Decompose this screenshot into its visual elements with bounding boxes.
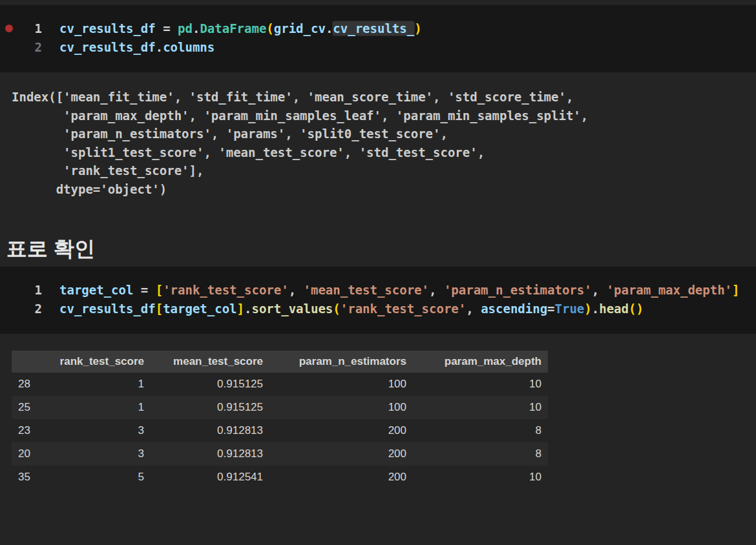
code-text: cv_results_df.columns <box>59 38 215 57</box>
code-text: target_col = ['rank_test_score', 'mean_t… <box>59 281 739 300</box>
code-token: 'rank_test_score' <box>341 302 466 316</box>
table-row: 3550.91254120010 <box>12 466 548 489</box>
line-number[interactable]: 2 <box>0 300 42 318</box>
notebook-page: 1cv_results_df = pd.DataFrame(grid_cv.cv… <box>0 5 756 489</box>
code-line[interactable]: 2cv_results_df.columns <box>0 38 756 57</box>
code-token: target_col <box>163 302 236 316</box>
code-token: grid_cv <box>274 21 326 36</box>
table-row: 2330.9128132008 <box>12 419 548 442</box>
table-column-header: param_max_depth <box>413 351 548 373</box>
code-token: DataFrame <box>200 21 266 36</box>
code-token: head <box>599 302 629 316</box>
table-cell: 100 <box>269 396 413 419</box>
code-token: ] <box>237 302 244 316</box>
table-cell: 1 <box>45 373 151 396</box>
code-token: True <box>555 302 585 316</box>
code-token: pd <box>178 21 193 36</box>
table-cell: 1 <box>45 396 151 419</box>
dataframe-body: 2810.915125100102510.915125100102330.912… <box>12 373 548 489</box>
code-token: = <box>133 283 155 297</box>
code-token: 'param_max_depth' <box>607 283 732 297</box>
code-line[interactable]: 1cv_results_df = pd.DataFrame(grid_cv.cv… <box>0 19 756 38</box>
code-token: ) <box>584 302 591 316</box>
table-cell: 0.915125 <box>151 373 269 396</box>
table-index-corner <box>12 351 45 373</box>
table-cell: 5 <box>45 466 151 489</box>
table-column-header: mean_test_score <box>151 351 269 373</box>
table-column-header: rank_test_score <box>45 351 151 373</box>
code-token: sort_values <box>251 302 333 316</box>
code-token: , <box>289 283 304 297</box>
code-token: [ <box>156 283 163 297</box>
table-cell: 3 <box>45 442 151 466</box>
line-number[interactable]: 1 <box>0 281 42 300</box>
output-index: Index(['mean_fit_time', 'std_fit_time', … <box>12 88 756 198</box>
table-row: 2030.9128132008 <box>12 442 548 466</box>
table-index-cell: 25 <box>12 396 45 419</box>
code-text: cv_results_df[target_col].sort_values('r… <box>59 300 644 318</box>
code-token: ] <box>732 283 739 297</box>
table-column-header: param_n_estimators <box>269 351 413 373</box>
table-header-row: rank_test_scoremean_test_scoreparam_n_es… <box>12 351 548 373</box>
code-token: . <box>156 40 163 54</box>
code-token: [ <box>156 302 163 316</box>
table-cell: 200 <box>269 442 413 466</box>
code-token: ) <box>636 302 643 316</box>
code-token: cv_results_df <box>59 40 156 54</box>
table-cell: 0.912541 <box>151 466 269 489</box>
dataframe-table: rank_test_scoremean_test_scoreparam_n_es… <box>12 351 548 489</box>
table-row: 2810.91512510010 <box>12 373 548 396</box>
code-token: cv_results_df <box>59 302 156 316</box>
code-token: = <box>547 302 554 316</box>
code-token: . <box>592 302 599 316</box>
markdown-heading: 표로 확인 <box>6 236 756 262</box>
table-cell: 3 <box>45 419 151 442</box>
table-cell: 0.912813 <box>151 419 269 442</box>
breakpoint-dot[interactable] <box>5 25 13 32</box>
table-cell: 10 <box>413 466 548 489</box>
code-line[interactable]: 1target_col = ['rank_test_score', 'mean_… <box>0 281 756 300</box>
code-lines-2: 1target_col = ['rank_test_score', 'mean_… <box>0 281 756 318</box>
code-cell-1[interactable]: 1cv_results_df = pd.DataFrame(grid_cv.cv… <box>0 5 756 72</box>
code-token: 'param_n_estimators' <box>444 283 592 297</box>
table-cell: 100 <box>269 373 413 396</box>
code-token: ( <box>333 302 340 316</box>
code-token: target_col <box>59 283 133 297</box>
code-token: ( <box>629 302 636 316</box>
code-token: . <box>193 21 200 36</box>
table-cell: 10 <box>413 396 548 419</box>
table-cell: 200 <box>269 419 413 442</box>
table-cell: 200 <box>269 466 413 489</box>
table-index-cell: 23 <box>12 419 45 442</box>
code-token: columns <box>163 40 215 54</box>
code-lines-1: 1cv_results_df = pd.DataFrame(grid_cv.cv… <box>0 19 756 57</box>
table-cell: 0.912813 <box>151 442 269 466</box>
code-token: , <box>592 283 607 297</box>
table-index-cell: 28 <box>12 373 45 396</box>
code-token: . <box>244 302 251 316</box>
table-index-cell: 20 <box>12 442 45 466</box>
code-token: ascending <box>481 302 547 316</box>
line-number[interactable]: 2 <box>0 38 42 57</box>
table-cell: 10 <box>413 373 548 396</box>
table-cell: 0.915125 <box>151 396 269 419</box>
table-cell: 8 <box>413 419 548 442</box>
code-line[interactable]: 2cv_results_df[target_col].sort_values('… <box>0 300 756 318</box>
code-token: , <box>429 283 444 297</box>
code-token: 'mean_test_score' <box>304 283 429 297</box>
code-token: , <box>466 302 481 316</box>
code-token: 'rank_test_score' <box>163 283 288 297</box>
table-cell: 8 <box>413 442 548 466</box>
dataframe-header: rank_test_scoremean_test_scoreparam_n_es… <box>12 351 548 373</box>
table-index-cell: 35 <box>12 466 45 489</box>
code-token: cv_results_df <box>59 21 156 36</box>
code-text: cv_results_df = pd.DataFrame(grid_cv.cv_… <box>59 19 422 38</box>
code-cell-2[interactable]: 1target_col = ['rank_test_score', 'mean_… <box>0 267 756 334</box>
code-token: = <box>156 21 178 36</box>
table-row: 2510.91512510010 <box>12 396 548 419</box>
code-token: . <box>326 21 333 36</box>
code-token: ) <box>414 21 421 36</box>
code-token: cv_results_ <box>333 21 414 36</box>
code-token: ( <box>266 21 273 36</box>
